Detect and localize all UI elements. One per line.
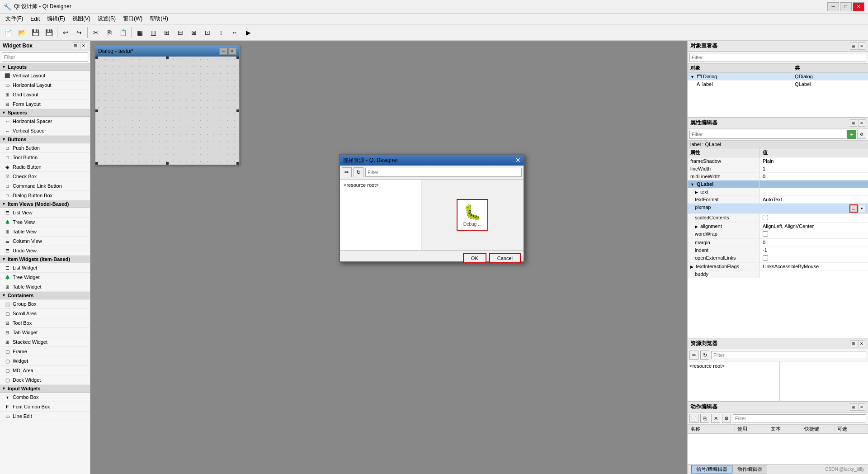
word-wrap-checkbox[interactable] — [763, 231, 768, 237]
category-item-views[interactable]: ▼ Item Views (Model-Based) — [0, 200, 90, 208]
widget-box-close[interactable]: ✕ — [80, 42, 87, 49]
widget-horizontal-spacer[interactable]: Horizontal Spacer — [0, 117, 90, 126]
property-editor-float[interactable]: ⊞ — [850, 119, 857, 127]
action-editor-close[interactable]: ✕ — [858, 403, 865, 411]
prop-row-margin[interactable]: margin 0 — [688, 239, 868, 246]
resource-browser-filter[interactable] — [711, 351, 866, 359]
toolbar-preview[interactable]: ▶ — [242, 26, 255, 39]
widget-vertical-layout[interactable]: Vertical Layout — [0, 71, 90, 81]
widget-dock-widget[interactable]: Dock Widget — [0, 375, 90, 385]
object-row-label[interactable]: A label QLabel — [688, 81, 868, 88]
toolbar-layout4[interactable]: ⊟ — [174, 26, 187, 39]
toolbar-layout1[interactable]: ▦ — [133, 26, 146, 39]
signal-slot-tab[interactable]: 信号/槽编辑器 — [691, 465, 732, 474]
widget-box-float[interactable]: ⊞ — [72, 42, 79, 49]
category-buttons[interactable]: ▼ Buttons — [0, 136, 90, 143]
widget-undo-view[interactable]: Undo View — [0, 246, 90, 256]
widget-push-button[interactable]: Push Button — [0, 143, 90, 153]
widget-form-layout[interactable]: Form Layout — [0, 100, 90, 109]
toolbar-layout8[interactable]: ↔ — [228, 26, 241, 39]
design-dialog-body[interactable] — [95, 57, 239, 165]
text-expand-icon[interactable]: ▶ — [695, 190, 698, 194]
category-input-widgets[interactable]: ▼ Input Widgets — [0, 385, 90, 393]
object-browser-float[interactable]: ⊞ — [850, 43, 857, 50]
widget-tree-view[interactable]: Tree View — [0, 218, 90, 227]
category-item-widgets[interactable]: ▼ Item Widgets (Item-Based) — [0, 256, 90, 263]
toolbar-save[interactable]: 💾 — [29, 26, 42, 39]
prop-filter-input[interactable] — [689, 130, 846, 139]
menu-edit[interactable]: 编辑(E) — [43, 14, 69, 24]
prop-configure-btn[interactable]: ⚙ — [857, 130, 866, 139]
open-external-links-checkbox[interactable] — [763, 255, 768, 261]
action-copy-btn[interactable]: ⎘ — [700, 414, 709, 423]
widget-widget[interactable]: Widget — [0, 356, 90, 366]
resource-ok-button[interactable]: OK — [463, 253, 486, 263]
menu-edit-en[interactable]: Edit — [27, 15, 43, 23]
prop-row-alignment[interactable]: ▶ alignment AlignLeft, AlignVCenter — [688, 223, 868, 230]
menu-file[interactable]: 文件(F) — [2, 14, 27, 24]
handle-tc[interactable] — [166, 57, 169, 59]
widget-line-edit[interactable]: Line Edit — [0, 412, 90, 421]
widget-scroll-area[interactable]: Scroll Area — [0, 309, 90, 318]
prop-pixmap-arrow-btn[interactable]: ▾ — [858, 205, 865, 212]
menu-help[interactable]: 帮助(H) — [146, 14, 172, 24]
handle-tr[interactable] — [236, 57, 239, 59]
handle-mr[interactable] — [236, 109, 239, 112]
object-browser-close[interactable]: ✕ — [858, 43, 865, 50]
menu-settings[interactable]: 设置(S) — [94, 14, 119, 24]
widget-command-link[interactable]: Command Link Button — [0, 181, 90, 191]
resource-filter-input[interactable] — [365, 168, 522, 177]
scaled-contents-checkbox[interactable] — [763, 215, 768, 220]
widget-check-box[interactable]: Check Box — [0, 172, 90, 181]
toolbar-open[interactable]: 📂 — [15, 26, 28, 39]
toolbar-layout6[interactable]: ⊡ — [201, 26, 214, 39]
object-browser-filter[interactable] — [689, 53, 866, 62]
prop-pixmap-edit-button[interactable]: … — [849, 204, 858, 213]
resource-dialog-close[interactable]: ✕ — [515, 156, 521, 164]
prop-row-pixmap[interactable]: pixmap … ▾ — [688, 204, 868, 214]
resource-tree-root[interactable]: <resource root> — [342, 181, 419, 189]
resource-browser-float[interactable]: ⊞ — [850, 340, 857, 347]
handle-bc[interactable] — [166, 162, 169, 165]
widget-radio-button[interactable]: Radio Button — [0, 162, 90, 172]
widget-tool-button[interactable]: Tool Button — [0, 153, 90, 162]
design-dialog[interactable]: Dialog - testui* ─ ✕ — [95, 45, 240, 165]
action-editor-float[interactable]: ⊞ — [850, 403, 857, 411]
object-row-dialog[interactable]: ▼ 🗖 Dialog QDialog — [688, 73, 868, 81]
prop-add-btn[interactable]: + — [847, 130, 856, 139]
prop-row-buddy[interactable]: buddy — [688, 270, 868, 278]
prop-row-indent[interactable]: indent -1 — [688, 246, 868, 254]
prop-row-frameshadow[interactable]: frameShadow Plain — [688, 157, 868, 165]
toolbar-layout2[interactable]: ▥ — [147, 26, 160, 39]
toolbar-paste[interactable]: 📋 — [117, 26, 129, 39]
toolbar-cut[interactable]: ✂ — [90, 26, 102, 39]
handle-ml[interactable] — [95, 109, 98, 112]
qlabel-expand-icon[interactable]: ▼ — [690, 182, 694, 187]
resource-browser-close[interactable]: ✕ — [858, 340, 865, 347]
toolbar-save-all[interactable]: 💾 — [42, 26, 55, 39]
resource-cancel-button[interactable]: Cancel — [489, 253, 521, 263]
minimize-button[interactable]: ─ — [827, 2, 839, 11]
prop-row-textformat[interactable]: textFormat AutoText — [688, 196, 868, 204]
design-dialog-close[interactable]: ✕ — [228, 47, 236, 55]
widget-font-combo-box[interactable]: Font Combo Box — [0, 402, 90, 412]
widget-dialog-button-box[interactable]: Dialog Button Box — [0, 191, 90, 200]
action-filter-input[interactable] — [733, 414, 866, 422]
prop-row-midlinewidth[interactable]: midLineWidth 0 — [688, 173, 868, 180]
handle-tl[interactable] — [95, 57, 98, 59]
toolbar-undo[interactable]: ↩ — [59, 26, 72, 39]
toolbar-layout7[interactable]: ↕ — [215, 26, 227, 39]
handle-br[interactable] — [236, 162, 239, 165]
widget-combo-box[interactable]: Combo Box — [0, 393, 90, 402]
widget-box-filter[interactable] — [2, 52, 88, 62]
widget-table-view[interactable]: Table View — [0, 227, 90, 237]
widget-stacked-widget[interactable]: Stacked Widget — [0, 337, 90, 347]
widget-horizontal-layout[interactable]: Horizontal Layout — [0, 81, 90, 90]
widget-mdi-area[interactable]: MDI Area — [0, 366, 90, 375]
toolbar-layout5[interactable]: ⊠ — [188, 26, 200, 39]
prop-row-scaledcontents[interactable]: scaledContents — [688, 214, 868, 223]
res-root-item[interactable]: <resource root> — [689, 363, 778, 369]
expand-icon[interactable]: ▼ — [690, 75, 694, 79]
prop-row-text[interactable]: ▶ text — [688, 188, 868, 196]
widget-list-widget[interactable]: List Widget — [0, 263, 90, 273]
